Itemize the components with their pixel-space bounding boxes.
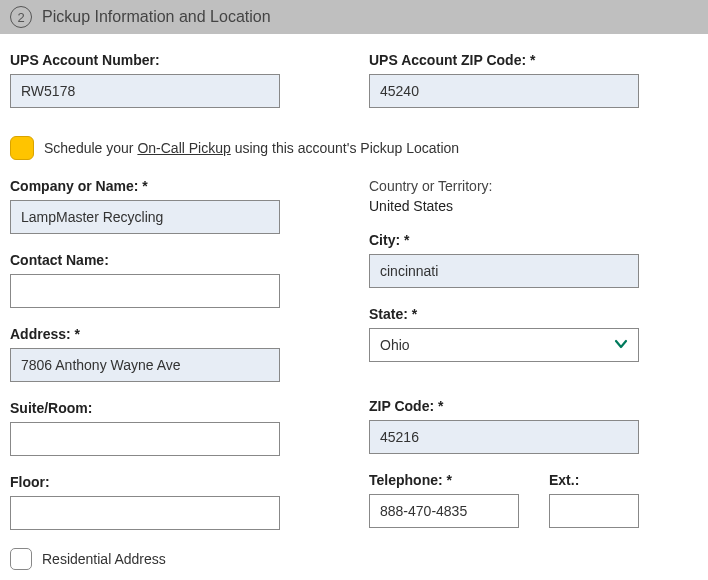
on-call-checkbox[interactable] — [10, 136, 34, 160]
residential-label: Residential Address — [42, 551, 166, 567]
country-value: United States — [369, 198, 698, 214]
section-title: Pickup Information and Location — [42, 8, 271, 26]
ups-zip-input[interactable] — [369, 74, 639, 108]
residential-checkbox[interactable] — [10, 548, 32, 570]
phone-label: Telephone: * — [369, 472, 519, 488]
section-header: 2 Pickup Information and Location — [0, 0, 708, 34]
contact-input[interactable] — [10, 274, 280, 308]
ext-label: Ext.: — [549, 472, 639, 488]
ups-account-input[interactable] — [10, 74, 280, 108]
phone-input[interactable] — [369, 494, 519, 528]
on-call-pickup-link[interactable]: On-Call Pickup — [137, 140, 230, 156]
ext-input[interactable] — [549, 494, 639, 528]
step-number-badge: 2 — [10, 6, 32, 28]
company-input[interactable] — [10, 200, 280, 234]
zip2-input[interactable] — [369, 420, 639, 454]
suite-input[interactable] — [10, 422, 280, 456]
state-select[interactable] — [369, 328, 639, 362]
state-label: State: * — [369, 306, 698, 322]
floor-input[interactable] — [10, 496, 280, 530]
zip2-label: ZIP Code: * — [369, 398, 698, 414]
city-label: City: * — [369, 232, 698, 248]
ups-account-label: UPS Account Number: — [10, 52, 339, 68]
ups-zip-label: UPS Account ZIP Code: * — [369, 52, 698, 68]
address-label: Address: * — [10, 326, 339, 342]
company-label: Company or Name: * — [10, 178, 339, 194]
on-call-suffix: using this account's Pickup Location — [231, 140, 459, 156]
city-input[interactable] — [369, 254, 639, 288]
on-call-text: Schedule your On-Call Pickup using this … — [44, 140, 459, 156]
contact-label: Contact Name: — [10, 252, 339, 268]
floor-label: Floor: — [10, 474, 339, 490]
on-call-prefix: Schedule your — [44, 140, 137, 156]
address-input[interactable] — [10, 348, 280, 382]
country-label: Country or Territory: — [369, 178, 698, 194]
suite-label: Suite/Room: — [10, 400, 339, 416]
